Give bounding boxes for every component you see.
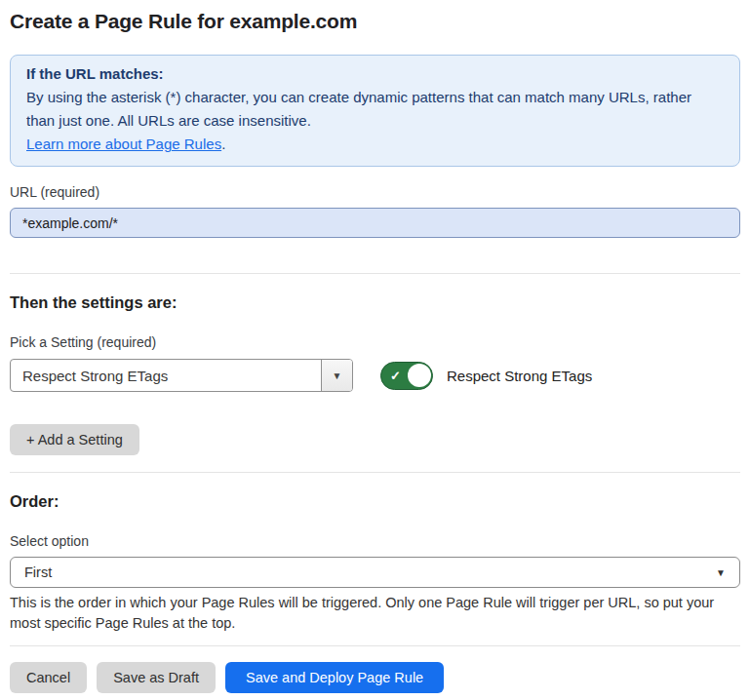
learn-more-link[interactable]: Learn more about Page Rules <box>26 136 221 152</box>
cancel-button[interactable]: Cancel <box>10 662 87 693</box>
toggle-knob <box>408 364 431 387</box>
order-help-text: This is the order in which your Page Rul… <box>10 593 740 634</box>
toggle-label: Respect Strong ETags <box>447 368 592 384</box>
link-suffix: . <box>221 136 225 152</box>
order-section-heading: Order: <box>10 492 740 511</box>
save-and-deploy-button[interactable]: Save and Deploy Page Rule <box>225 662 444 693</box>
page-title: Create a Page Rule for example.com <box>10 10 740 33</box>
setting-select-arrow-button[interactable]: ▼ <box>321 360 352 391</box>
url-input[interactable] <box>10 208 740 238</box>
order-select[interactable]: First ▼ <box>10 557 740 588</box>
check-icon: ✓ <box>390 369 401 382</box>
caret-down-icon: ▼ <box>716 567 726 578</box>
url-match-info-box: If the URL matches: By using the asteris… <box>10 55 740 167</box>
setting-select-value: Respect Strong ETags <box>11 360 321 391</box>
pick-setting-label: Pick a Setting (required) <box>10 334 740 350</box>
order-select-label: Select option <box>10 533 740 549</box>
divider <box>10 645 740 646</box>
info-box-body: By using the asterisk (*) character, you… <box>26 86 724 133</box>
divider <box>10 472 740 473</box>
setting-select[interactable]: Respect Strong ETags ▼ <box>10 359 353 392</box>
actions-row: Cancel Save as Draft Save and Deploy Pag… <box>10 662 740 693</box>
page-rule-form: Create a Page Rule for example.com If th… <box>0 10 750 693</box>
save-as-draft-button[interactable]: Save as Draft <box>97 662 216 693</box>
url-label: URL (required) <box>10 184 740 200</box>
settings-section-heading: Then the settings are: <box>10 293 740 312</box>
info-box-link-line: Learn more about Page Rules. <box>26 133 724 156</box>
add-setting-button[interactable]: + Add a Setting <box>10 424 139 455</box>
setting-toggle[interactable]: ✓ <box>380 362 433 390</box>
info-box-heading: If the URL matches: <box>26 62 724 86</box>
divider <box>10 273 740 274</box>
caret-down-icon: ▼ <box>333 370 342 381</box>
setting-row: Respect Strong ETags ▼ ✓ Respect Strong … <box>10 359 740 392</box>
order-select-value: First <box>24 564 52 580</box>
